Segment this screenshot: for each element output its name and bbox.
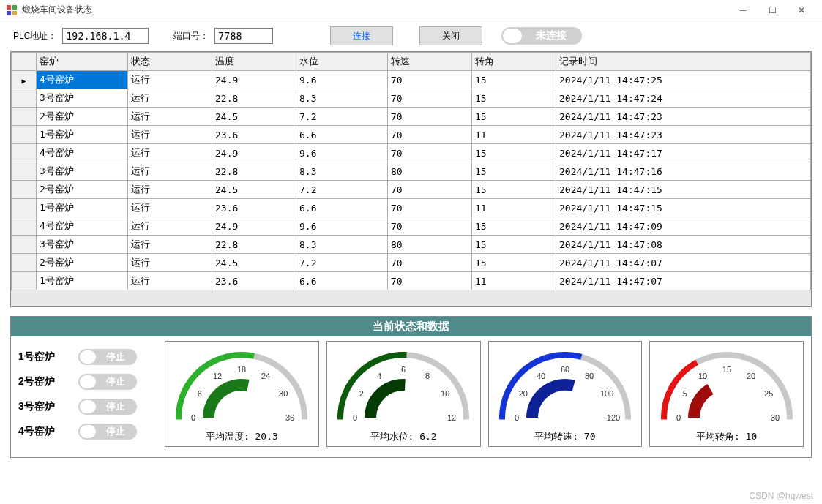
- cell[interactable]: 24.9: [212, 71, 296, 89]
- col-header[interactable]: 温度: [212, 53, 296, 71]
- cell[interactable]: 9.6: [296, 217, 388, 236]
- table-row[interactable]: ▶4号窑炉运行24.99.670152024/1/11 14:47:25: [12, 71, 811, 89]
- cell[interactable]: 7.2: [296, 254, 388, 272]
- cell[interactable]: 22.8: [212, 162, 296, 181]
- cell[interactable]: 15: [472, 71, 556, 89]
- cell[interactable]: 运行: [128, 71, 212, 89]
- cell[interactable]: 15: [472, 236, 556, 254]
- cell[interactable]: 2024/1/11 14:47:15: [556, 181, 811, 199]
- minimize-button[interactable]: ─: [728, 0, 758, 20]
- cell[interactable]: 70: [388, 199, 472, 217]
- cell[interactable]: 24.5: [212, 254, 296, 272]
- cell[interactable]: 15: [472, 144, 556, 162]
- cell[interactable]: 9.6: [296, 71, 388, 89]
- col-header[interactable]: 记录时间: [556, 53, 811, 71]
- cell[interactable]: 23.6: [212, 272, 296, 290]
- cell[interactable]: 6.6: [296, 199, 388, 217]
- cell[interactable]: 15: [472, 254, 556, 272]
- col-header[interactable]: 水位: [296, 53, 388, 71]
- cell[interactable]: 70: [388, 71, 472, 89]
- cell[interactable]: 70: [388, 108, 472, 126]
- cell[interactable]: 运行: [128, 254, 212, 272]
- cell[interactable]: 3号窑炉: [37, 236, 128, 254]
- cell[interactable]: 70: [388, 126, 472, 144]
- cell[interactable]: 8.3: [296, 162, 388, 181]
- cell[interactable]: 运行: [128, 126, 212, 144]
- cell[interactable]: 运行: [128, 272, 212, 290]
- cell[interactable]: 1号窑炉: [37, 126, 128, 144]
- cell[interactable]: 9.6: [296, 144, 388, 162]
- cell[interactable]: 70: [388, 144, 472, 162]
- cell[interactable]: 4号窑炉: [37, 144, 128, 162]
- cell[interactable]: 2024/1/11 14:47:16: [556, 162, 811, 181]
- cell[interactable]: 运行: [128, 199, 212, 217]
- cell[interactable]: 2号窑炉: [37, 254, 128, 272]
- kiln-toggle[interactable]: 停止: [78, 349, 137, 365]
- cell[interactable]: 4号窑炉: [37, 71, 128, 89]
- plc-address-input[interactable]: [62, 28, 149, 44]
- cell[interactable]: 15: [472, 181, 556, 199]
- table-row[interactable]: 4号窑炉运行24.99.670152024/1/11 14:47:17: [12, 144, 811, 162]
- cell[interactable]: 运行: [128, 144, 212, 162]
- port-input[interactable]: [214, 28, 273, 44]
- cell[interactable]: 2024/1/11 14:47:23: [556, 126, 811, 144]
- cell[interactable]: 运行: [128, 162, 212, 181]
- table-row[interactable]: 3号窑炉运行22.88.380152024/1/11 14:47:16: [12, 162, 811, 181]
- cell[interactable]: 运行: [128, 89, 212, 108]
- col-header[interactable]: 转角: [472, 53, 556, 71]
- kiln-toggle[interactable]: 停止: [78, 399, 137, 415]
- cell[interactable]: 15: [472, 217, 556, 236]
- col-header[interactable]: 窑炉: [37, 53, 128, 71]
- maximize-button[interactable]: ☐: [758, 0, 787, 20]
- cell[interactable]: 70: [388, 217, 472, 236]
- cell[interactable]: 8.3: [296, 236, 388, 254]
- cell[interactable]: 24.9: [212, 217, 296, 236]
- cell[interactable]: 80: [388, 236, 472, 254]
- cell[interactable]: 1号窑炉: [37, 272, 128, 290]
- col-header[interactable]: 状态: [128, 53, 212, 71]
- cell[interactable]: 22.8: [212, 89, 296, 108]
- cell[interactable]: 2024/1/11 14:47:08: [556, 236, 811, 254]
- cell[interactable]: 70: [388, 254, 472, 272]
- close-button[interactable]: 关闭: [419, 26, 482, 45]
- cell[interactable]: 70: [388, 89, 472, 108]
- cell[interactable]: 7.2: [296, 181, 388, 199]
- cell[interactable]: 7.2: [296, 108, 388, 126]
- table-row[interactable]: 2号窑炉运行24.57.270152024/1/11 14:47:15: [12, 181, 811, 199]
- cell[interactable]: 22.8: [212, 236, 296, 254]
- table-row[interactable]: 4号窑炉运行24.99.670152024/1/11 14:47:09: [12, 217, 811, 236]
- close-window-button[interactable]: ✕: [787, 0, 816, 20]
- cell[interactable]: 23.6: [212, 199, 296, 217]
- table-row[interactable]: 2号窑炉运行24.57.270152024/1/11 14:47:23: [12, 108, 811, 126]
- connection-toggle[interactable]: 未连接: [501, 27, 582, 45]
- cell[interactable]: 80: [388, 162, 472, 181]
- cell[interactable]: 11: [472, 272, 556, 290]
- cell[interactable]: 2024/1/11 14:47:24: [556, 89, 811, 108]
- cell[interactable]: 15: [472, 162, 556, 181]
- cell[interactable]: 6.6: [296, 272, 388, 290]
- cell[interactable]: 3号窑炉: [37, 89, 128, 108]
- cell[interactable]: 运行: [128, 236, 212, 254]
- table-row[interactable]: 1号窑炉运行23.66.670112024/1/11 14:47:23: [12, 126, 811, 144]
- cell[interactable]: 23.6: [212, 126, 296, 144]
- cell[interactable]: 70: [388, 181, 472, 199]
- cell[interactable]: 2024/1/11 14:47:17: [556, 144, 811, 162]
- connect-button[interactable]: 连接: [330, 26, 393, 45]
- table-row[interactable]: 1号窑炉运行23.66.670112024/1/11 14:47:15: [12, 199, 811, 217]
- cell[interactable]: 运行: [128, 217, 212, 236]
- cell[interactable]: 4号窑炉: [37, 217, 128, 236]
- cell[interactable]: 2024/1/11 14:47:09: [556, 217, 811, 236]
- cell[interactable]: 8.3: [296, 89, 388, 108]
- cell[interactable]: 11: [472, 126, 556, 144]
- cell[interactable]: 2024/1/11 14:47:15: [556, 199, 811, 217]
- cell[interactable]: 6.6: [296, 126, 388, 144]
- cell[interactable]: 24.5: [212, 108, 296, 126]
- cell[interactable]: 3号窑炉: [37, 162, 128, 181]
- data-grid[interactable]: 窑炉状态温度水位转速转角记录时间 ▶4号窑炉运行24.99.670152024/…: [10, 51, 812, 307]
- kiln-toggle[interactable]: 停止: [78, 374, 137, 390]
- cell[interactable]: 2024/1/11 14:47:07: [556, 272, 811, 290]
- cell[interactable]: 24.9: [212, 144, 296, 162]
- cell[interactable]: 15: [472, 89, 556, 108]
- table-row[interactable]: 2号窑炉运行24.57.270152024/1/11 14:47:07: [12, 254, 811, 272]
- cell[interactable]: 2024/1/11 14:47:23: [556, 108, 811, 126]
